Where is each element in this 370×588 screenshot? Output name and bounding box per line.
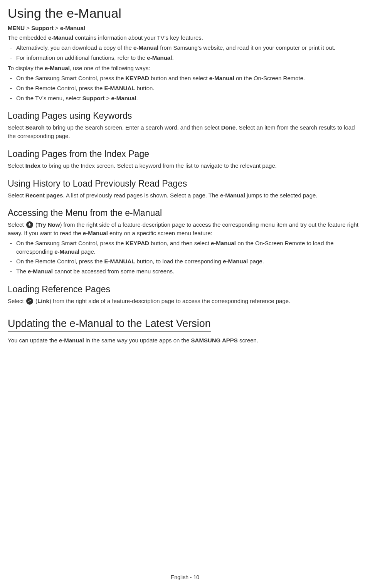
section-text: Select (Link) from the right side of a f… bbox=[8, 297, 362, 305]
list-item: On the Samsung Smart Control, press the … bbox=[8, 74, 362, 83]
list-item: Alternatively, you can download a copy o… bbox=[8, 44, 362, 52]
section-heading-index: Loading Pages from the Index Page bbox=[8, 149, 362, 159]
section-text: You can update the e-Manual in the same … bbox=[8, 336, 362, 345]
try-now-icon bbox=[26, 221, 33, 228]
intro-list-2: On the Samsung Smart Control, press the … bbox=[8, 74, 362, 102]
list-item: For information on additional functions,… bbox=[8, 54, 362, 62]
section-heading-keywords: Loading Pages using Keywords bbox=[8, 111, 362, 121]
section-text: Select Search to bring up the Search scr… bbox=[8, 123, 362, 140]
breadcrumb-support: Support bbox=[31, 25, 54, 31]
section-heading-reference: Loading Reference Pages bbox=[8, 284, 362, 295]
intro-list-1: Alternatively, you can download a copy o… bbox=[8, 44, 362, 62]
sec4-list: On the Samsung Smart Control, press the … bbox=[8, 239, 362, 276]
breadcrumb-sep: > bbox=[54, 25, 60, 31]
breadcrumb: MENU > Support > e-Manual bbox=[8, 25, 362, 31]
page-title: Using the e-Manual bbox=[8, 6, 362, 21]
section-heading-history: Using History to Load Previously Read Pa… bbox=[8, 179, 362, 189]
breadcrumb-menu: MENU bbox=[8, 25, 25, 31]
section-text: Select Recent pages. A list of previousl… bbox=[8, 191, 362, 200]
list-item: On the Samsung Smart Control, press the … bbox=[8, 239, 362, 256]
breadcrumb-emanual: e-Manual bbox=[60, 25, 85, 31]
list-item: The e-Manual cannot be accessed from som… bbox=[8, 267, 362, 276]
page-footer: English - 10 bbox=[0, 574, 370, 580]
list-item: On the Remote Control, press the E-MANUA… bbox=[8, 257, 362, 266]
breadcrumb-sep: > bbox=[25, 25, 31, 31]
intro-text: The embedded e-Manual contains informati… bbox=[8, 34, 362, 42]
list-item: On the TV's menu, select Support > e-Man… bbox=[8, 94, 362, 103]
section-text: Select Index to bring up the Index scree… bbox=[8, 162, 362, 170]
intro-text-2: To display the e-Manual, use one of the … bbox=[8, 64, 362, 72]
link-icon bbox=[26, 298, 33, 305]
list-item: On the Remote Control, press the E-MANUA… bbox=[8, 84, 362, 93]
section-heading-updating: Updating the e-Manual to the Latest Vers… bbox=[8, 318, 211, 332]
section-text: Select (Try Now) from the right side of … bbox=[8, 221, 362, 238]
section-heading-accessing-menu: Accessing the Menu from the e-Manual bbox=[8, 208, 362, 218]
